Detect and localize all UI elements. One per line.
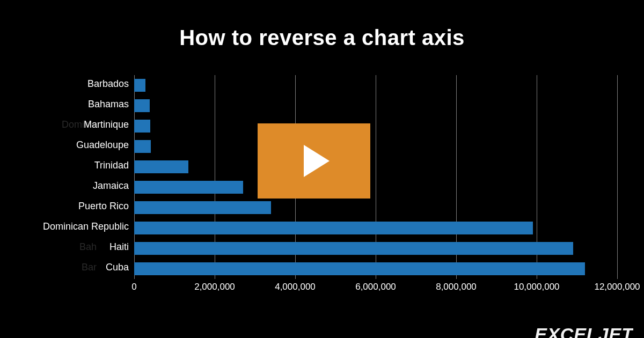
bar-row: BarCuba: [134, 259, 617, 279]
bar-row: DominicMartinique: [134, 116, 617, 136]
category-label: Puerto Rico: [27, 200, 129, 212]
category-label: Martinique: [27, 118, 129, 131]
page-title: How to reverse a chart axis: [0, 0, 644, 50]
bar: [134, 242, 573, 255]
bar: [134, 222, 533, 234]
bar: [134, 160, 188, 173]
x-tick-label: 0: [131, 282, 136, 292]
category-label: Dominican Republic: [27, 220, 129, 233]
bar-row: Barbados: [134, 75, 617, 95]
bar: [134, 79, 145, 92]
bar: [134, 140, 151, 153]
plot-area: BarbadosBahamasDominicMartiniqueGuadelou…: [134, 75, 617, 279]
bar: [134, 99, 150, 112]
play-icon: [304, 145, 330, 177]
category-label: Bahamas: [27, 98, 129, 111]
x-tick-label: 12,000,000: [594, 282, 640, 292]
bar-row: Bahamas: [134, 95, 617, 116]
x-tick-label: 6,000,000: [355, 282, 396, 292]
x-tick-label: 10,000,000: [514, 282, 559, 292]
category-label: Haiti: [27, 240, 129, 253]
bar-row: Dominican Republic: [134, 218, 617, 238]
play-button[interactable]: [258, 123, 370, 199]
bar-row: Trinidad: [134, 157, 617, 177]
category-label: Guadeloupe: [27, 138, 129, 151]
x-tick-label: 4,000,000: [275, 282, 316, 292]
x-tick-label: 8,000,000: [436, 282, 477, 292]
x-axis: 02,000,0004,000,0006,000,0008,000,00010,…: [134, 282, 617, 298]
x-tick-label: 2,000,000: [194, 282, 235, 292]
bar: [134, 120, 150, 133]
gridline: [617, 75, 618, 279]
bar-row: Guadeloupe: [134, 136, 617, 157]
category-label: Barbados: [27, 77, 129, 90]
bar-row: BahHaiti: [134, 238, 617, 259]
category-label: Jamaica: [27, 179, 129, 192]
bar: [134, 201, 271, 214]
brand-logo: EXCELJET: [535, 323, 633, 338]
bar: [134, 181, 243, 194]
category-label: Trinidad: [27, 159, 129, 172]
category-label: Cuba: [27, 261, 129, 274]
bar-row: Jamaica: [134, 177, 617, 197]
bar: [134, 262, 585, 275]
bar-row: Puerto Rico: [134, 197, 617, 218]
